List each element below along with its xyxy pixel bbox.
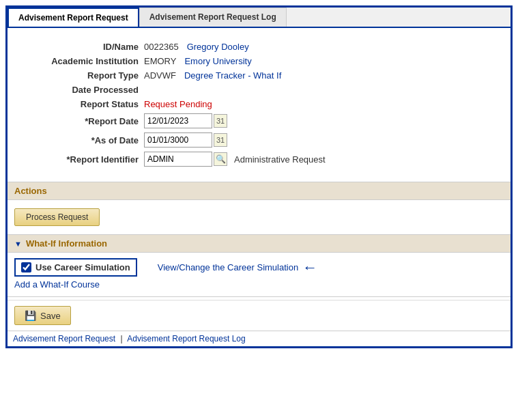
whatif-collapse-icon[interactable]: ▼	[14, 240, 22, 248]
bottom-link-advisement-report-request[interactable]: Advisement Report Request	[13, 334, 115, 344]
tab-bar: Advisement Report Request Advisement Rep…	[8, 8, 510, 28]
bottom-link-separator: |	[120, 334, 122, 344]
report-identifier-search-icon[interactable]: 🔍	[214, 152, 227, 166]
report-identifier-label: *Report Identifier	[21, 154, 144, 165]
actions-content: Process Request	[8, 200, 510, 234]
academic-institution-label: Academic Institution	[21, 56, 144, 66]
whatif-content: Use Career Simulation View/Change the Ca…	[8, 253, 510, 294]
use-career-simulation-checkbox[interactable]	[21, 262, 31, 272]
report-type-row: Report Type ADVWF Degree Tracker - What …	[21, 70, 497, 81]
report-identifier-input[interactable]	[144, 152, 212, 167]
report-type-label: Report Type	[21, 70, 144, 81]
institution-name: Emory University	[184, 56, 251, 66]
academic-institution-row: Academic Institution EMORY Emory Univers…	[21, 56, 497, 66]
name-value: Gregory Dooley	[187, 42, 249, 52]
report-status-value: Request Pending	[144, 99, 212, 109]
process-request-button[interactable]: Process Request	[14, 208, 100, 226]
whatif-header-text: What-If Information	[26, 238, 107, 249]
bottom-links-bar: Advisement Report Request | Advisement R…	[8, 331, 510, 346]
form-fields: ID/Name 0022365 Gregory Dooley Academic …	[21, 35, 497, 175]
report-date-input[interactable]	[144, 113, 212, 128]
as-of-date-calendar-icon[interactable]: 31	[214, 133, 227, 147]
id-value: 0022365	[144, 42, 179, 52]
report-status-label: Report Status	[21, 99, 144, 109]
whatif-career-row: Use Career Simulation View/Change the Ca…	[14, 258, 504, 277]
main-container: Advisement Report Request Advisement Rep…	[5, 5, 513, 348]
id-name-label: ID/Name	[21, 42, 144, 52]
view-change-career-row: View/Change the Career Simulation ←	[158, 259, 317, 277]
report-type-code: ADVWF	[144, 70, 176, 81]
as-of-date-input[interactable]	[144, 132, 212, 148]
arrow-right-icon: ←	[302, 259, 317, 277]
actions-header-text: Actions	[14, 186, 47, 196]
save-area: 💾 Save	[8, 300, 510, 331]
as-of-date-label: *As of Date	[21, 135, 144, 145]
report-date-label: *Report Date	[21, 116, 144, 126]
date-processed-row: Date Processed	[21, 85, 497, 95]
actions-section-header: Actions	[8, 182, 510, 200]
use-career-simulation-label: Use Career Simulation	[35, 262, 130, 272]
report-identifier-desc: Administrative Request	[234, 154, 326, 165]
view-change-career-link[interactable]: View/Change the Career Simulation	[158, 262, 298, 272]
report-status-row: Report Status Request Pending	[21, 99, 497, 109]
whatif-section-header: ▼ What-If Information	[8, 234, 510, 253]
save-divider	[8, 296, 510, 297]
as-of-date-row: *As of Date 31	[21, 132, 497, 148]
report-identifier-row: *Report Identifier 🔍 Administrative Requ…	[21, 152, 497, 167]
institution-code: EMORY	[144, 56, 176, 66]
save-button-label: Save	[40, 311, 61, 321]
save-disk-icon: 💾	[25, 310, 36, 321]
save-button[interactable]: 💾 Save	[14, 306, 71, 325]
add-course-row: Add a What-If Course	[14, 279, 504, 290]
date-processed-label: Date Processed	[21, 85, 144, 95]
id-name-row: ID/Name 0022365 Gregory Dooley	[21, 42, 497, 52]
report-type-desc: Degree Tracker - What If	[184, 70, 281, 81]
tab-advisement-report-request[interactable]: Advisement Report Request	[8, 8, 139, 27]
bottom-link-advisement-report-request-log[interactable]: Advisement Report Request Log	[127, 334, 245, 344]
add-whatif-course-link[interactable]: Add a What-If Course	[14, 279, 100, 290]
tab-advisement-report-request-log[interactable]: Advisement Report Request Log	[139, 8, 287, 27]
report-date-row: *Report Date 31	[21, 113, 497, 128]
use-career-simulation-box: Use Career Simulation	[14, 258, 137, 277]
report-date-calendar-icon[interactable]: 31	[214, 114, 227, 128]
form-content: ID/Name 0022365 Gregory Dooley Academic …	[8, 28, 510, 182]
